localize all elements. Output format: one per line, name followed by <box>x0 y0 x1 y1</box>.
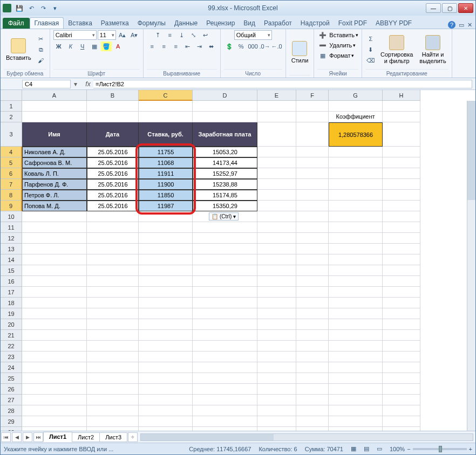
row-header-17[interactable]: 17 <box>1 287 22 298</box>
tab-formulas[interactable]: Формулы <box>133 18 170 29</box>
zoom-in-button[interactable]: + <box>469 446 472 452</box>
cell-B6[interactable]: 25.05.2016 <box>87 168 139 179</box>
qat-more-icon[interactable]: ▾ <box>50 3 60 13</box>
cell-E6[interactable] <box>257 168 296 179</box>
cell-F20[interactable] <box>296 319 329 330</box>
column-header-C[interactable]: C <box>139 90 193 101</box>
cell-D26[interactable] <box>193 384 257 395</box>
cell-B30[interactable] <box>87 427 139 431</box>
cell-B27[interactable] <box>87 395 139 405</box>
currency-icon[interactable]: 💲 <box>224 42 235 51</box>
cell-H25[interactable] <box>383 373 420 384</box>
sheet-tab-3[interactable]: Лист3 <box>99 432 127 442</box>
undo-button[interactable]: ↶ <box>26 3 36 13</box>
cell-C27[interactable] <box>139 395 193 405</box>
cell-E29[interactable] <box>257 416 296 427</box>
cell-H1[interactable] <box>383 101 420 112</box>
cell-C26[interactable] <box>139 384 193 395</box>
cell-G27[interactable] <box>329 395 383 405</box>
cell-F12[interactable] <box>296 233 329 244</box>
cell-G23[interactable] <box>329 351 383 362</box>
cell-G12[interactable] <box>329 233 383 244</box>
cell-A24[interactable] <box>22 362 87 373</box>
cell-F6[interactable] <box>296 168 329 179</box>
grow-font-icon[interactable]: A▴ <box>117 30 128 40</box>
maximize-button[interactable]: ▢ <box>442 3 457 13</box>
row-header-13[interactable]: 13 <box>1 244 22 254</box>
cell-G14[interactable] <box>329 254 383 265</box>
close-button[interactable]: ✕ <box>458 3 473 13</box>
border-icon[interactable]: ▦ <box>89 42 100 51</box>
cell-C7[interactable]: 11900 <box>139 179 193 190</box>
cell-B7[interactable]: 25.05.2016 <box>87 179 139 190</box>
paste-button[interactable]: Вставить <box>4 37 33 62</box>
cell-H26[interactable] <box>383 384 420 395</box>
cell-A25[interactable] <box>22 373 87 384</box>
cell-H5[interactable] <box>383 157 420 168</box>
cell-B21[interactable] <box>87 330 139 341</box>
cell-E22[interactable] <box>257 341 296 351</box>
column-header-G[interactable]: G <box>329 90 383 101</box>
tab-layout[interactable]: Разметка <box>97 18 133 29</box>
cell-E16[interactable] <box>257 276 296 287</box>
cell-H19[interactable] <box>383 308 420 319</box>
find-select-button[interactable]: Найти и выделить <box>417 34 448 65</box>
cell-F8[interactable] <box>296 190 329 201</box>
cell-D4[interactable]: 15053,20 <box>193 147 257 157</box>
cell-A5[interactable]: Сафронова В. М. <box>22 157 87 168</box>
cell-F13[interactable] <box>296 244 329 254</box>
italic-button[interactable]: К <box>65 42 76 51</box>
cell-H13[interactable] <box>383 244 420 254</box>
cell-H22[interactable] <box>383 341 420 351</box>
cell-E26[interactable] <box>257 384 296 395</box>
cell-G28[interactable] <box>329 405 383 416</box>
cell-F1[interactable] <box>296 101 329 112</box>
cell-D7[interactable]: 15238,88 <box>193 179 257 190</box>
cell-C24[interactable] <box>139 362 193 373</box>
cell-A19[interactable] <box>22 308 87 319</box>
cell-A10[interactable] <box>22 211 87 222</box>
cell-C4[interactable]: 11755 <box>139 147 193 157</box>
doc-close-icon[interactable]: ✕ <box>467 22 472 29</box>
cell-F24[interactable] <box>296 362 329 373</box>
cell-E23[interactable] <box>257 351 296 362</box>
cell-G21[interactable] <box>329 330 383 341</box>
row-header-9[interactable]: 9 <box>1 201 22 211</box>
cell-E9[interactable] <box>257 201 296 211</box>
cell-A3[interactable]: Имя <box>22 122 87 147</box>
cell-G4[interactable] <box>329 147 383 157</box>
cell-H12[interactable] <box>383 233 420 244</box>
tab-review[interactable]: Рецензир <box>202 18 239 29</box>
cell-G16[interactable] <box>329 276 383 287</box>
cell-F21[interactable] <box>296 330 329 341</box>
cell-F16[interactable] <box>296 276 329 287</box>
cell-B13[interactable] <box>87 244 139 254</box>
cell-C18[interactable] <box>139 298 193 308</box>
cell-C30[interactable] <box>139 427 193 431</box>
cell-H14[interactable] <box>383 254 420 265</box>
bold-button[interactable]: Ж <box>53 42 64 51</box>
row-header-11[interactable]: 11 <box>1 222 22 233</box>
cell-H11[interactable] <box>383 222 420 233</box>
view-layout-icon[interactable]: ▤ <box>364 445 369 452</box>
cell-C17[interactable] <box>139 287 193 298</box>
cell-F23[interactable] <box>296 351 329 362</box>
cell-G5[interactable] <box>329 157 383 168</box>
cell-C19[interactable] <box>139 308 193 319</box>
cell-F25[interactable] <box>296 373 329 384</box>
cell-F22[interactable] <box>296 341 329 351</box>
cell-H27[interactable] <box>383 395 420 405</box>
column-header-B[interactable]: B <box>87 90 139 101</box>
cell-C21[interactable] <box>139 330 193 341</box>
row-header-22[interactable]: 22 <box>1 341 22 351</box>
tab-developer[interactable]: Разработ <box>260 18 296 29</box>
font-color-icon[interactable]: A <box>113 42 124 51</box>
cell-E18[interactable] <box>257 298 296 308</box>
select-all-corner[interactable] <box>1 90 22 101</box>
row-header-25[interactable]: 25 <box>1 373 22 384</box>
cell-F5[interactable] <box>296 157 329 168</box>
cell-G1[interactable] <box>329 101 383 112</box>
indent-inc-icon[interactable]: ⇥ <box>194 42 205 51</box>
cell-G10[interactable] <box>329 211 383 222</box>
align-right-icon[interactable]: ≡ <box>171 42 181 51</box>
